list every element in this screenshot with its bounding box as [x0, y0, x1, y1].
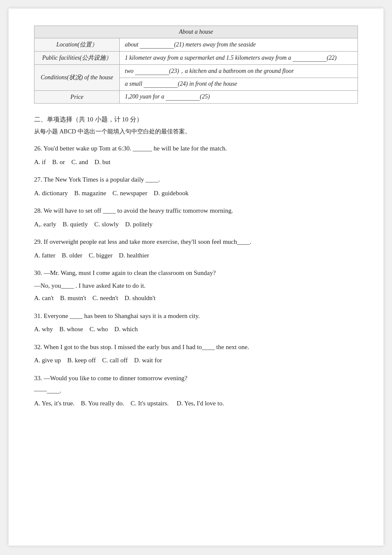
row-content-facilities: 1 kilometer away from a supermarket and …: [120, 52, 358, 65]
q29-text: 29. If overweight people eat less and ta…: [34, 237, 358, 248]
table-row: Public facilities(公共设施） 1 kilometer away…: [35, 52, 358, 65]
about-house-table: About a house Location(位置） about (21) me…: [34, 26, 358, 104]
row-label-facilities: Public facilities(公共设施）: [35, 52, 120, 65]
q33-options: A. Yes, it's true. B. You really do. C. …: [34, 398, 358, 409]
q32-options: A. give up B. keep off C. call off D. wa…: [34, 355, 358, 366]
q27-options: A. dictionary B. magazine C. newspaper D…: [34, 188, 358, 199]
q30-dialog-2: —No, you____ . I have asked Kate to do i…: [34, 280, 358, 292]
table-title: About a house: [35, 26, 358, 38]
row-label-location: Location(位置）: [35, 38, 120, 52]
q33-dialog-2: ——____.: [34, 385, 358, 396]
row-label-conditions: Conditions(状况) of the house: [35, 65, 120, 91]
question-31: 31. Everyone ____ has been to Shanghai s…: [34, 311, 358, 335]
page: About a house Location(位置） about (21) me…: [9, 9, 383, 546]
q28-text: 28. We will have to set off ____ to avoi…: [34, 205, 358, 217]
row-content-conditions-2: a small (24) in front of the house: [120, 78, 358, 91]
row-content-price: 1,200 yuan for a (25): [120, 91, 358, 104]
question-27: 27. The New York Times is a popular dail…: [34, 174, 358, 199]
q27-text: 27. The New York Times is a popular dail…: [34, 174, 358, 185]
q26-options: A. if B. or C. and D. but: [34, 157, 358, 168]
q30-options: A. can't B. mustn't C. needn't D. should…: [34, 293, 358, 304]
q29-options: A. fatter B. older C. bigger D. healthie…: [34, 250, 358, 261]
question-33: 33. —Would you like to come to dinner to…: [34, 373, 358, 409]
question-28: 28. We will have to set off ____ to avoi…: [34, 205, 358, 230]
table-row: Conditions(状况) of the house two (23)，a k…: [35, 65, 358, 78]
section2-instruction: 从每小题 ABCD 中选出一个能填入句中空白处的最佳答案。: [34, 128, 358, 136]
row-content-location: about (21) meters away from the seaside: [120, 38, 358, 52]
q30-dialog-1: 30. —Mr. Wang, must I come again to clea…: [34, 268, 358, 279]
question-30: 30. —Mr. Wang, must I come again to clea…: [34, 268, 358, 304]
q31-text: 31. Everyone ____ has been to Shanghai s…: [34, 311, 358, 322]
row-content-conditions-1: two (23)，a kitchen and a bathroom on the…: [120, 65, 358, 78]
question-29: 29. If overweight people eat less and ta…: [34, 237, 358, 261]
table-row: Location(位置） about (21) meters away from…: [35, 38, 358, 52]
table-row: Price 1,200 yuan for a (25): [35, 91, 358, 104]
section2-heading: 二、单项选择（共 10 小题，计 10 分）: [34, 116, 358, 124]
q26-text: 26. You'd better wake up Tom at 6:30. __…: [34, 143, 358, 154]
q33-dialog-1: 33. —Would you like to come to dinner to…: [34, 373, 358, 384]
row-label-price: Price: [35, 91, 120, 104]
q32-text: 32. When I got to the bus stop. I missed…: [34, 342, 358, 353]
q31-options: A. why B. whose C. who D. which: [34, 324, 358, 335]
question-32: 32. When I got to the bus stop. I missed…: [34, 342, 358, 366]
q28-options: A,. early B. quietly C. slowly D. polite…: [34, 219, 358, 230]
question-26: 26. You'd better wake up Tom at 6:30. __…: [34, 143, 358, 168]
